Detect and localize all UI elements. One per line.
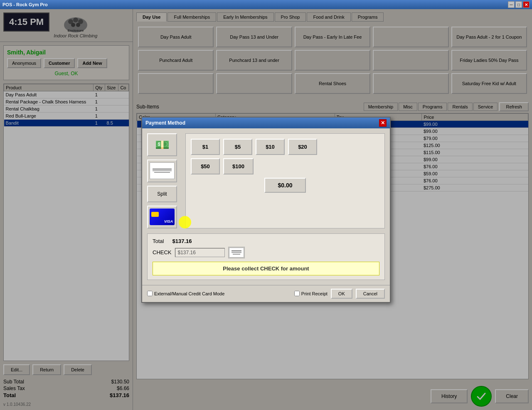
- payment-dialog: Payment Method ✕ 💵: [141, 117, 391, 303]
- collect-notice: Please collect CHECK for amount: [153, 262, 379, 275]
- titlebar-title: POS - Rock Gym Pro: [2, 2, 48, 7]
- minimize-button[interactable]: ─: [508, 1, 515, 8]
- denom-1-button[interactable]: $1: [191, 139, 220, 155]
- denom-50-button[interactable]: $50: [191, 158, 220, 174]
- split-payment-button[interactable]: Split: [147, 186, 177, 202]
- dialog-title: Payment Method: [145, 120, 185, 126]
- amount-display-button[interactable]: $0.00: [264, 178, 306, 193]
- check-payment-button[interactable]: [147, 160, 177, 182]
- check-icon-image: [150, 162, 175, 179]
- dialog-close-button[interactable]: ✕: [379, 119, 387, 127]
- print-receipt-checkbox-label[interactable]: Print Receipt: [294, 291, 328, 296]
- payment-total-value: $137.16: [172, 238, 192, 244]
- external-credit-checkbox[interactable]: [147, 291, 153, 296]
- cash-payment-button[interactable]: 💵: [147, 133, 177, 156]
- check-label: CHECK: [153, 249, 172, 255]
- denom-100-button[interactable]: $100: [223, 158, 254, 174]
- cash-icon: 💵: [155, 138, 170, 152]
- check-icon: [228, 247, 245, 258]
- dialog-content: 💵 Split VIS: [147, 133, 385, 228]
- denom-10-button[interactable]: $10: [256, 139, 285, 155]
- dialog-cancel-button[interactable]: Cancel: [356, 289, 385, 299]
- footer-left: External/Manual Credit Card Mode: [147, 291, 224, 296]
- footer-right: Print Receipt OK Cancel: [294, 289, 385, 299]
- dialog-titlebar: Payment Method ✕: [142, 118, 390, 128]
- card-payment-button[interactable]: VISA: [147, 206, 177, 228]
- check-amount-input[interactable]: [175, 248, 225, 257]
- check-row: CHECK: [153, 247, 379, 258]
- denom-20-button[interactable]: $20: [288, 139, 317, 155]
- denom-5-button[interactable]: $5: [223, 139, 252, 155]
- print-receipt-label: Print Receipt: [301, 291, 328, 296]
- titlebar-controls: ─ □ ✕: [508, 1, 530, 8]
- external-credit-checkbox-label[interactable]: External/Manual Credit Card Mode: [147, 291, 224, 296]
- close-button[interactable]: ✕: [523, 1, 530, 8]
- dialog-body: 💵 Split VIS: [142, 128, 390, 285]
- modal-overlay: Payment Method ✕ 💵: [0, 9, 532, 410]
- payment-total-row: Total $137.16: [153, 238, 379, 244]
- denom-row1: $1 $5 $10 $20: [191, 139, 379, 155]
- titlebar: POS - Rock Gym Pro ─ □ ✕: [0, 0, 532, 9]
- print-receipt-checkbox[interactable]: [294, 291, 300, 296]
- denom-row2: $50 $100: [191, 158, 379, 174]
- payment-total-label: Total: [153, 238, 164, 244]
- external-credit-label: External/Manual Credit Card Mode: [154, 291, 224, 296]
- dialog-ok-button[interactable]: OK: [331, 289, 352, 299]
- amount-input-box: $0.00: [191, 178, 379, 193]
- dialog-footer: External/Manual Credit Card Mode Print R…: [142, 285, 390, 302]
- payment-methods: 💵 Split VIS: [147, 133, 180, 228]
- denomination-area: $1 $5 $10 $20 $50 $100 $0.00: [185, 133, 385, 228]
- payment-totals-section: Total $137.16 CHECK Please collect CHECK: [147, 233, 385, 280]
- maximize-button[interactable]: □: [515, 1, 522, 8]
